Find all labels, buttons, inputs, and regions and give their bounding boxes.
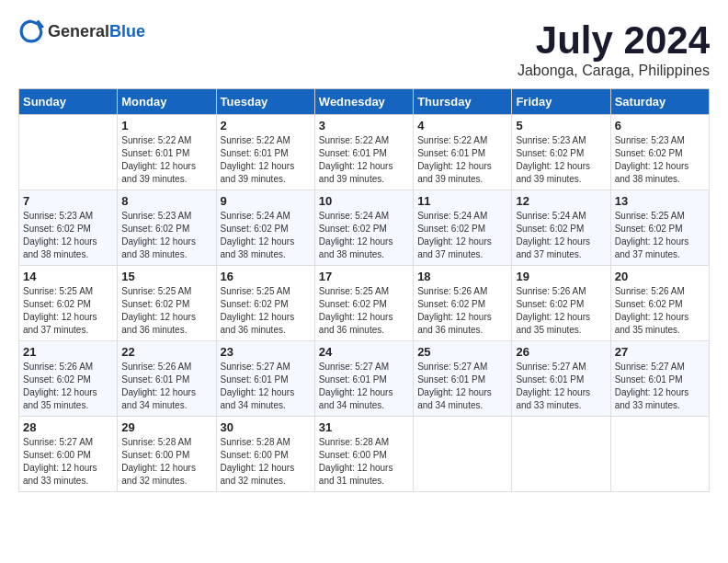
weekday-header-sunday: Sunday (19, 89, 118, 115)
cell-info: Sunrise: 5:27 AMSunset: 6:01 PMDaylight:… (319, 361, 409, 412)
cell-info: Sunrise: 5:26 AMSunset: 6:02 PMDaylight:… (23, 361, 113, 412)
cell-info: Sunrise: 5:24 AMSunset: 6:02 PMDaylight:… (319, 210, 409, 261)
day-number: 13 (615, 194, 705, 208)
day-number: 31 (319, 420, 409, 434)
cell-info: Sunrise: 5:27 AMSunset: 6:01 PMDaylight:… (516, 361, 606, 412)
cell-info: Sunrise: 5:23 AMSunset: 6:02 PMDaylight:… (23, 210, 113, 261)
weekday-header-thursday: Thursday (414, 89, 512, 115)
calendar-cell: 25Sunrise: 5:27 AMSunset: 6:01 PMDayligh… (414, 341, 512, 417)
calendar-cell: 24Sunrise: 5:27 AMSunset: 6:01 PMDayligh… (314, 341, 413, 417)
day-number: 2 (221, 119, 311, 132)
weekday-header-wednesday: Wednesday (314, 89, 413, 115)
calendar-cell: 12Sunrise: 5:24 AMSunset: 6:02 PMDayligh… (512, 190, 610, 266)
day-number: 30 (221, 420, 311, 434)
day-number: 24 (319, 345, 409, 359)
logo: GeneralBlue (18, 18, 145, 44)
week-row-3: 14Sunrise: 5:25 AMSunset: 6:02 PMDayligh… (19, 266, 710, 341)
cell-info: Sunrise: 5:27 AMSunset: 6:01 PMDaylight:… (615, 361, 705, 412)
cell-info: Sunrise: 5:25 AMSunset: 6:02 PMDaylight:… (319, 285, 409, 337)
cell-info: Sunrise: 5:24 AMSunset: 6:02 PMDaylight:… (417, 210, 507, 261)
cell-info: Sunrise: 5:25 AMSunset: 6:02 PMDaylight:… (23, 285, 113, 337)
logo-icon (18, 18, 44, 44)
calendar-cell (512, 417, 610, 492)
location-title: Jabonga, Caraga, Philippines (518, 63, 710, 79)
cell-info: Sunrise: 5:28 AMSunset: 6:00 PMDaylight:… (319, 436, 409, 488)
calendar-cell: 2Sunrise: 5:22 AMSunset: 6:01 PMDaylight… (216, 115, 314, 190)
calendar-cell: 9Sunrise: 5:24 AMSunset: 6:02 PMDaylight… (216, 190, 314, 266)
cell-info: Sunrise: 5:25 AMSunset: 6:02 PMDaylight:… (121, 285, 211, 337)
week-row-4: 21Sunrise: 5:26 AMSunset: 6:02 PMDayligh… (19, 341, 710, 417)
cell-info: Sunrise: 5:26 AMSunset: 6:02 PMDaylight:… (417, 285, 507, 337)
day-number: 6 (615, 119, 705, 132)
day-number: 4 (417, 119, 507, 132)
day-number: 5 (516, 119, 606, 132)
day-number: 7 (23, 194, 113, 208)
cell-info: Sunrise: 5:27 AMSunset: 6:01 PMDaylight:… (221, 361, 311, 412)
cell-info: Sunrise: 5:28 AMSunset: 6:00 PMDaylight:… (221, 436, 311, 488)
week-row-5: 28Sunrise: 5:27 AMSunset: 6:00 PMDayligh… (19, 417, 710, 492)
day-number: 29 (121, 420, 211, 434)
day-number: 3 (319, 119, 409, 132)
calendar-cell: 8Sunrise: 5:23 AMSunset: 6:02 PMDaylight… (118, 190, 216, 266)
calendar-cell: 23Sunrise: 5:27 AMSunset: 6:01 PMDayligh… (216, 341, 314, 417)
logo-text: GeneralBlue (48, 22, 145, 41)
calendar-table: SundayMondayTuesdayWednesdayThursdayFrid… (18, 88, 710, 492)
weekday-header-friday: Friday (512, 89, 610, 115)
calendar-cell: 15Sunrise: 5:25 AMSunset: 6:02 PMDayligh… (118, 266, 216, 341)
week-row-1: 1Sunrise: 5:22 AMSunset: 6:01 PMDaylight… (19, 115, 710, 190)
cell-info: Sunrise: 5:25 AMSunset: 6:02 PMDaylight:… (221, 285, 311, 337)
calendar-cell: 5Sunrise: 5:23 AMSunset: 6:02 PMDaylight… (512, 115, 610, 190)
cell-info: Sunrise: 5:24 AMSunset: 6:02 PMDaylight:… (516, 210, 606, 261)
cell-info: Sunrise: 5:23 AMSunset: 6:02 PMDaylight:… (121, 210, 211, 261)
calendar-cell: 11Sunrise: 5:24 AMSunset: 6:02 PMDayligh… (414, 190, 512, 266)
cell-info: Sunrise: 5:26 AMSunset: 6:02 PMDaylight:… (615, 285, 705, 337)
day-number: 20 (615, 270, 705, 283)
calendar-cell: 26Sunrise: 5:27 AMSunset: 6:01 PMDayligh… (512, 341, 610, 417)
day-number: 10 (319, 194, 409, 208)
day-number: 11 (417, 194, 507, 208)
day-number: 22 (121, 345, 211, 359)
calendar-cell: 31Sunrise: 5:28 AMSunset: 6:00 PMDayligh… (314, 417, 413, 492)
day-number: 8 (121, 194, 211, 208)
calendar-cell: 21Sunrise: 5:26 AMSunset: 6:02 PMDayligh… (19, 341, 118, 417)
day-number: 21 (23, 345, 113, 359)
day-number: 23 (221, 345, 311, 359)
weekday-header-monday: Monday (118, 89, 216, 115)
day-number: 19 (516, 270, 606, 283)
calendar-cell: 10Sunrise: 5:24 AMSunset: 6:02 PMDayligh… (314, 190, 413, 266)
day-number: 18 (417, 270, 507, 283)
cell-info: Sunrise: 5:25 AMSunset: 6:02 PMDaylight:… (615, 210, 705, 261)
cell-info: Sunrise: 5:23 AMSunset: 6:02 PMDaylight:… (615, 134, 705, 186)
day-number: 27 (615, 345, 705, 359)
month-title: July 2024 (518, 18, 710, 63)
day-number: 14 (23, 270, 113, 283)
cell-info: Sunrise: 5:27 AMSunset: 6:00 PMDaylight:… (23, 436, 113, 488)
calendar-cell: 18Sunrise: 5:26 AMSunset: 6:02 PMDayligh… (414, 266, 512, 341)
cell-info: Sunrise: 5:23 AMSunset: 6:02 PMDaylight:… (516, 134, 606, 186)
calendar-cell: 27Sunrise: 5:27 AMSunset: 6:01 PMDayligh… (610, 341, 709, 417)
cell-info: Sunrise: 5:24 AMSunset: 6:02 PMDaylight:… (221, 210, 311, 261)
day-number: 26 (516, 345, 606, 359)
calendar-cell: 29Sunrise: 5:28 AMSunset: 6:00 PMDayligh… (118, 417, 216, 492)
day-number: 15 (121, 270, 211, 283)
cell-info: Sunrise: 5:26 AMSunset: 6:02 PMDaylight:… (516, 285, 606, 337)
header: GeneralBlue July 2024 Jabonga, Caraga, P… (18, 18, 710, 79)
day-number: 1 (121, 119, 211, 132)
calendar-cell: 13Sunrise: 5:25 AMSunset: 6:02 PMDayligh… (610, 190, 709, 266)
title-section: July 2024 Jabonga, Caraga, Philippines (518, 18, 710, 79)
calendar-cell: 22Sunrise: 5:26 AMSunset: 6:01 PMDayligh… (118, 341, 216, 417)
calendar-cell: 7Sunrise: 5:23 AMSunset: 6:02 PMDaylight… (19, 190, 118, 266)
calendar-cell (414, 417, 512, 492)
day-number: 16 (221, 270, 311, 283)
calendar-cell: 19Sunrise: 5:26 AMSunset: 6:02 PMDayligh… (512, 266, 610, 341)
logo-blue: Blue (109, 22, 145, 40)
weekday-header-row: SundayMondayTuesdayWednesdayThursdayFrid… (19, 89, 710, 115)
cell-info: Sunrise: 5:27 AMSunset: 6:01 PMDaylight:… (417, 361, 507, 412)
cell-info: Sunrise: 5:22 AMSunset: 6:01 PMDaylight:… (417, 134, 507, 186)
day-number: 25 (417, 345, 507, 359)
day-number: 17 (319, 270, 409, 283)
cell-info: Sunrise: 5:22 AMSunset: 6:01 PMDaylight:… (221, 134, 311, 186)
cell-info: Sunrise: 5:22 AMSunset: 6:01 PMDaylight:… (319, 134, 409, 186)
week-row-2: 7Sunrise: 5:23 AMSunset: 6:02 PMDaylight… (19, 190, 710, 266)
calendar-cell: 14Sunrise: 5:25 AMSunset: 6:02 PMDayligh… (19, 266, 118, 341)
